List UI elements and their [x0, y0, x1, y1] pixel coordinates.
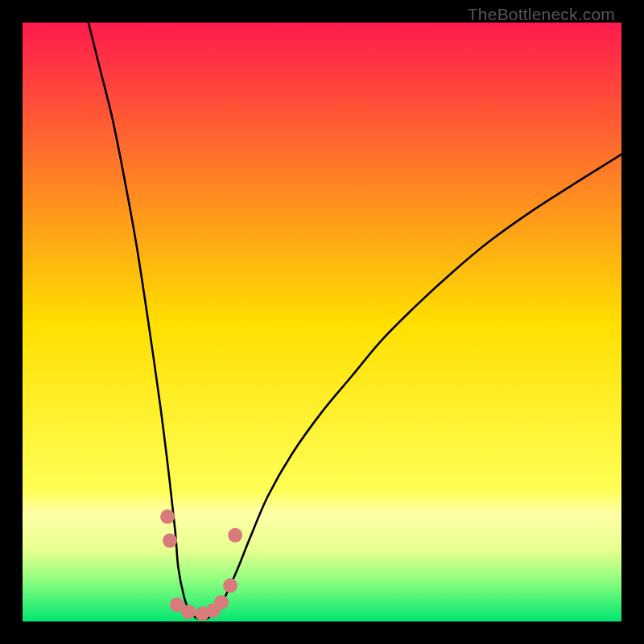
curve-marker — [223, 578, 237, 592]
gradient-background — [23, 23, 621, 621]
curve-marker — [163, 534, 177, 548]
curve-marker — [214, 595, 229, 609]
watermark-text: TheBottleneck.com — [468, 5, 615, 24]
curve-marker — [181, 605, 196, 619]
curve-marker — [160, 510, 175, 524]
curve-marker — [228, 528, 242, 543]
bottleneck-curve-chart — [23, 23, 621, 621]
